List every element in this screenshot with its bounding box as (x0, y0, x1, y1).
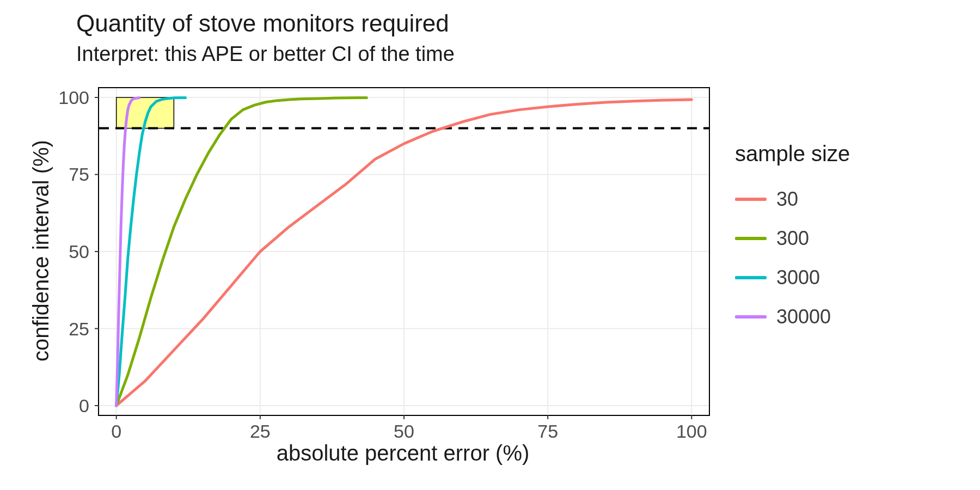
legend-swatch (735, 198, 767, 201)
plot-panel: 02550751000255075100 (98, 87, 710, 416)
y-tick-label: 0 (79, 395, 89, 416)
x-tick-label: 25 (250, 421, 271, 442)
legend-item-300: 300 (735, 227, 850, 250)
legend-label: 30000 (776, 305, 831, 328)
chart-subtitle: Interpret: this APE or better CI of the … (76, 42, 455, 66)
legend-swatch (735, 237, 767, 240)
legend: sample size 30300300030000 (735, 142, 850, 345)
legend-label: 300 (776, 227, 809, 250)
x-tick-label: 75 (537, 421, 558, 442)
y-tick-label: 75 (69, 164, 89, 185)
plot-svg: 02550751000255075100 (99, 88, 709, 415)
x-axis-title: absolute percent error (%) (98, 441, 708, 465)
legend-label: 30 (776, 188, 798, 211)
y-axis-title: confidence interval (%) (30, 87, 52, 414)
chart-title: Quantity of stove monitors required (76, 10, 449, 37)
y-tick-label: 50 (69, 241, 89, 262)
y-tick-label: 100 (58, 87, 89, 108)
legend-swatch (735, 315, 767, 318)
x-tick-label: 100 (676, 421, 707, 442)
chart-container: Quantity of stove monitors required Inte… (0, 0, 980, 490)
y-tick-label: 25 (69, 318, 89, 339)
legend-item-30: 30 (735, 188, 850, 211)
x-tick-label: 50 (394, 421, 414, 442)
legend-swatch (735, 276, 767, 279)
legend-item-3000: 3000 (735, 266, 850, 289)
x-tick-label: 0 (111, 421, 121, 442)
legend-item-30000: 30000 (735, 305, 850, 328)
legend-label: 3000 (776, 266, 820, 289)
legend-title: sample size (735, 142, 850, 166)
